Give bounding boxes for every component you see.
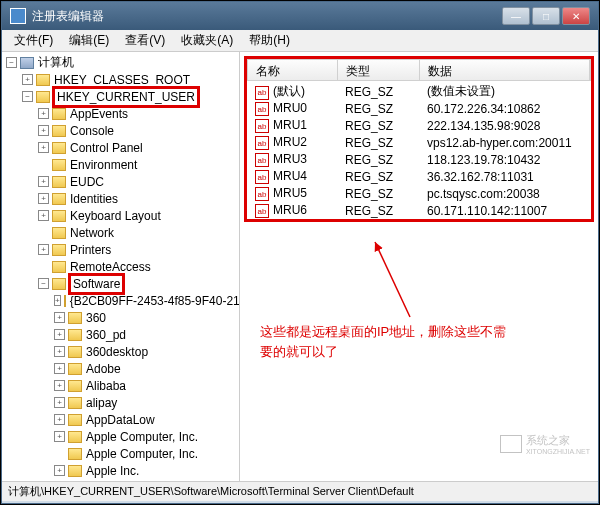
tree-item[interactable]: Environment: [4, 156, 237, 173]
menu-view[interactable]: 查看(V): [117, 30, 173, 51]
tree-item[interactable]: +360: [4, 309, 237, 326]
tree-item[interactable]: +360desktop: [4, 343, 237, 360]
tree-label: Console: [70, 124, 114, 138]
list-row[interactable]: abMRU6REG_SZ60.171.110.142:11007: [247, 202, 591, 219]
tree-item[interactable]: +Apple Computer, Inc.: [4, 428, 237, 445]
tree-panel[interactable]: − 计算机 +HKEY_CLASSES_ROOT−HKEY_CURRENT_US…: [2, 52, 240, 481]
tree-item[interactable]: +Apple Inc.: [4, 462, 237, 479]
expand-icon[interactable]: +: [38, 176, 49, 187]
expand-icon[interactable]: +: [54, 380, 65, 391]
menu-favorites[interactable]: 收藏夹(A): [173, 30, 241, 51]
string-value-icon: ab: [255, 119, 269, 133]
folder-icon: [68, 431, 82, 443]
expand-icon[interactable]: +: [22, 74, 33, 85]
expand-icon[interactable]: +: [38, 244, 49, 255]
status-path: 计算机\HKEY_CURRENT_USER\Software\Microsoft…: [8, 484, 414, 499]
tree-item[interactable]: +AppEvents: [4, 105, 237, 122]
tree-item[interactable]: +Control Panel: [4, 139, 237, 156]
expand-icon[interactable]: +: [54, 465, 65, 476]
expand-icon[interactable]: +: [54, 346, 65, 357]
menu-edit[interactable]: 编辑(E): [61, 30, 117, 51]
tree-item[interactable]: +EUDC: [4, 173, 237, 190]
col-name[interactable]: 名称: [248, 60, 338, 80]
cell-type: REG_SZ: [337, 204, 419, 218]
folder-icon: [36, 91, 50, 103]
tree-item[interactable]: +Baidu: [4, 479, 237, 481]
expand-icon[interactable]: +: [54, 363, 65, 374]
expand-icon[interactable]: +: [38, 125, 49, 136]
app-icon: [10, 8, 26, 24]
expand-icon[interactable]: +: [38, 142, 49, 153]
expand-icon[interactable]: +: [38, 210, 49, 221]
cell-data: (数值未设置): [419, 83, 591, 100]
tree-root[interactable]: − 计算机: [4, 54, 237, 71]
list-panel[interactable]: 名称 类型 数据 ab(默认)REG_SZ(数值未设置)abMRU0REG_SZ…: [240, 52, 598, 481]
tree-item[interactable]: Apple Computer, Inc.: [4, 445, 237, 462]
cell-data: 36.32.162.78:11031: [419, 170, 591, 184]
list-row[interactable]: abMRU4REG_SZ36.32.162.78:11031: [247, 168, 591, 185]
cell-type: REG_SZ: [337, 187, 419, 201]
string-value-icon: ab: [255, 102, 269, 116]
folder-icon: [52, 193, 66, 205]
tree-label: AppDataLow: [86, 413, 155, 427]
close-button[interactable]: ✕: [562, 7, 590, 25]
folder-icon: [68, 448, 82, 460]
expand-icon[interactable]: +: [54, 329, 65, 340]
string-value-icon: ab: [255, 204, 269, 218]
expand-icon[interactable]: +: [38, 193, 49, 204]
tree-label: Network: [70, 226, 114, 240]
list-row[interactable]: abMRU0REG_SZ60.172.226.34:10862: [247, 100, 591, 117]
menu-help[interactable]: 帮助(H): [241, 30, 298, 51]
expand-icon[interactable]: +: [54, 431, 65, 442]
tree-item[interactable]: −HKEY_CURRENT_USER: [4, 88, 237, 105]
tree-label: Baidu: [86, 481, 117, 482]
tree-item[interactable]: +Keyboard Layout: [4, 207, 237, 224]
expand-icon[interactable]: −: [6, 57, 17, 68]
list-header: 名称 类型 数据: [247, 59, 591, 81]
tree-item[interactable]: Network: [4, 224, 237, 241]
tree-item[interactable]: −Software: [4, 275, 237, 292]
list-row[interactable]: abMRU2REG_SZvps12.ab-hyper.com:20011: [247, 134, 591, 151]
expand-icon[interactable]: +: [38, 108, 49, 119]
expand-icon[interactable]: +: [54, 312, 65, 323]
tree-label: alipay: [86, 396, 117, 410]
cell-data: 60.172.226.34:10862: [419, 102, 591, 116]
list-row[interactable]: abMRU1REG_SZ222.134.135.98:9028: [247, 117, 591, 134]
tree-label: Identities: [70, 192, 118, 206]
tree-item[interactable]: +Adobe: [4, 360, 237, 377]
tree-item[interactable]: +Identities: [4, 190, 237, 207]
expand-icon[interactable]: −: [38, 278, 49, 289]
svg-line-0: [375, 242, 410, 317]
tree-label: {B2CB09FF-2453-4f85-9F40-21C05E: [70, 294, 240, 308]
list-row[interactable]: abMRU3REG_SZ118.123.19.78:10432: [247, 151, 591, 168]
folder-icon: [36, 74, 50, 86]
col-type[interactable]: 类型: [338, 60, 420, 80]
tree-item[interactable]: +{B2CB09FF-2453-4f85-9F40-21C05E: [4, 292, 237, 309]
tree-item[interactable]: +Console: [4, 122, 237, 139]
col-data[interactable]: 数据: [420, 60, 590, 80]
folder-icon: [68, 363, 82, 375]
window-title: 注册表编辑器: [32, 8, 104, 25]
string-value-icon: ab: [255, 86, 269, 100]
annotation-text: 这些都是远程桌面的IP地址，删除这些不需 要的就可以了: [260, 322, 560, 361]
folder-icon: [64, 295, 66, 307]
titlebar[interactable]: 注册表编辑器 — □ ✕: [2, 2, 598, 30]
cell-type: REG_SZ: [337, 153, 419, 167]
menu-file[interactable]: 文件(F): [6, 30, 61, 51]
tree-item[interactable]: +Printers: [4, 241, 237, 258]
expand-icon[interactable]: +: [54, 295, 61, 306]
expand-icon[interactable]: +: [54, 397, 65, 408]
minimize-button[interactable]: —: [502, 7, 530, 25]
expand-icon[interactable]: +: [54, 414, 65, 425]
cell-data: 60.171.110.142:11007: [419, 204, 591, 218]
list-row[interactable]: abMRU5REG_SZpc.tsqysc.com:20038: [247, 185, 591, 202]
list-body: ab(默认)REG_SZ(数值未设置)abMRU0REG_SZ60.172.22…: [244, 81, 594, 222]
list-row[interactable]: ab(默认)REG_SZ(数值未设置): [247, 83, 591, 100]
tree-item[interactable]: +360_pd: [4, 326, 237, 343]
maximize-button[interactable]: □: [532, 7, 560, 25]
tree-item[interactable]: +alipay: [4, 394, 237, 411]
tree-item[interactable]: +Alibaba: [4, 377, 237, 394]
tree-item[interactable]: +AppDataLow: [4, 411, 237, 428]
tree-label: Printers: [70, 243, 111, 257]
expand-icon[interactable]: −: [22, 91, 33, 102]
